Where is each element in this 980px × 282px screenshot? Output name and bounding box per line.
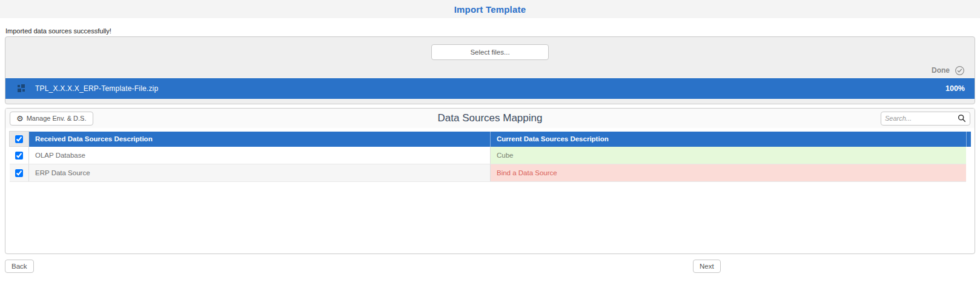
select-files-button[interactable]: Select files... [431, 44, 549, 60]
current-datasource-cell[interactable]: Cube [491, 147, 967, 164]
mapping-table: Received Data Sources Description Curren… [9, 131, 971, 182]
table-row: ERP Data Source Bind a Data Source [10, 164, 972, 182]
done-label: Done [932, 66, 950, 75]
row-filler-cell [966, 164, 971, 182]
search-input[interactable] [885, 115, 958, 122]
row-checkbox[interactable] [15, 169, 23, 177]
upload-progress-percent: 100% [945, 84, 965, 93]
select-all-cell [10, 132, 29, 147]
row-checkbox-cell [10, 164, 29, 182]
mapping-toolbar: ⚙ Manage Env. & D.S. Data Sources Mappin… [5, 109, 975, 128]
back-button[interactable]: Back [5, 260, 34, 273]
mapping-table-body: OLAP Database Cube ERP Data Source Bind … [10, 147, 972, 182]
mapping-section-title: Data Sources Mapping [5, 112, 975, 124]
current-column-header: Current Data Sources Description [491, 132, 967, 147]
table-row: OLAP Database Cube [10, 147, 972, 164]
row-filler-cell [966, 147, 971, 164]
row-checkbox[interactable] [15, 152, 23, 159]
file-progress-bar[interactable]: TPL_X.X.X.X_ERP-Template-File.zip 100% [5, 78, 975, 99]
current-datasource-cell[interactable]: Bind a Data Source [491, 164, 967, 182]
import-status-message: Imported data sources successfully! [5, 27, 980, 35]
wizard-footer: Back Next [0, 254, 980, 278]
header-filler-cell [966, 132, 971, 147]
upload-done-row: Done [5, 62, 975, 78]
received-datasource-cell: ERP Data Source [29, 164, 491, 182]
received-column-header: Received Data Sources Description [29, 132, 491, 147]
manage-env-ds-button[interactable]: ⚙ Manage Env. & D.S. [10, 112, 93, 126]
search-icon[interactable] [958, 114, 966, 123]
uploaded-file-name: TPL_X.X.X.X_ERP-Template-File.zip [35, 84, 158, 93]
select-all-checkbox[interactable] [15, 135, 23, 143]
mapping-table-header-row: Received Data Sources Description Curren… [10, 132, 972, 147]
gear-icon: ⚙ [16, 115, 24, 123]
mapping-panel: ⚙ Manage Env. & D.S. Data Sources Mappin… [5, 108, 975, 254]
search-box[interactable] [881, 112, 970, 126]
check-circle-icon [955, 65, 965, 76]
next-button[interactable]: Next [693, 260, 721, 273]
row-checkbox-cell [10, 147, 29, 164]
zip-file-icon [18, 84, 26, 93]
upload-panel: Select files... Done TPL_X.X.X.X_ERP-Tem… [5, 36, 975, 104]
manage-env-ds-label: Manage Env. & D.S. [27, 115, 87, 122]
page-header: Import Template [0, 0, 980, 18]
page-title: Import Template [454, 4, 526, 15]
received-datasource-cell: OLAP Database [29, 147, 491, 164]
